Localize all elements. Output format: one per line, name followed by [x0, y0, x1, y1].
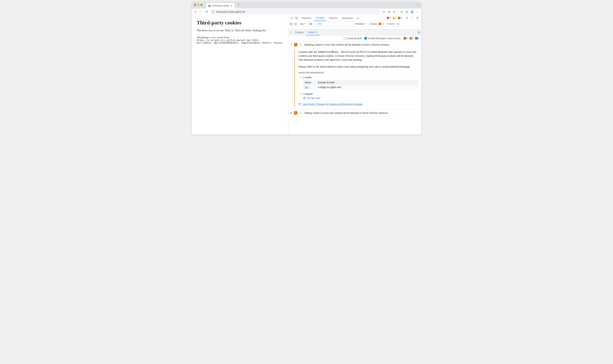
back-button[interactable]	[193, 10, 198, 14]
close-drawer-icon[interactable]	[418, 31, 420, 33]
svg-line-25	[295, 23, 296, 25]
zoom-icon[interactable]	[381, 10, 386, 14]
minimize-window-button[interactable]	[197, 4, 199, 6]
cookie-table: Name Domain & Path 3pc x-origin-src.glit…	[303, 80, 418, 90]
new-tab-button[interactable]: +	[236, 3, 241, 7]
clear-console-icon[interactable]	[294, 23, 297, 25]
issue-title: Setting cookie in cross-site context wil…	[304, 112, 388, 114]
drawer-tab-issues[interactable]: Issues ✕	[306, 29, 319, 35]
bookmark-icon[interactable]	[387, 10, 391, 14]
svg-point-28	[398, 24, 399, 24]
issue-description-2: Please refer to the article linked to le…	[299, 65, 418, 69]
tab-title: Third-party cookies	[212, 5, 229, 7]
side-panel-icon[interactable]	[404, 10, 409, 14]
profile-avatar[interactable]	[410, 10, 414, 14]
tab-elements[interactable]: Elements	[300, 15, 313, 21]
issues-link[interactable]: 2 Issues: ! 2	[369, 23, 383, 25]
inspect-icon[interactable]	[290, 16, 294, 20]
sidebar-toggle-icon[interactable]	[290, 23, 293, 25]
error-count[interactable]: 1	[387, 17, 391, 19]
issue-warning-icon	[294, 111, 297, 115]
extensions-icon[interactable]	[392, 10, 397, 14]
group-by-kind-checkbox[interactable]: Group by kind	[344, 37, 361, 40]
filter-input[interactable]	[316, 22, 353, 26]
cookie-section-toggle[interactable]: ▼ 1 cookie	[300, 76, 418, 79]
svg-rect-1	[212, 12, 213, 13]
tab-overflow-button[interactable]	[416, 4, 420, 7]
svg-point-21	[412, 19, 412, 19]
page-title: Third-party cookies	[197, 20, 283, 26]
drawer-tab-console[interactable]: Console	[293, 29, 305, 35]
svg-rect-17	[393, 19, 394, 19]
page-content: Third-party cookies This demo tries to s…	[192, 15, 288, 134]
svg-rect-14	[297, 18, 298, 19]
issues-toolbar: Group by kind ✓ Include third-party cook…	[288, 35, 421, 41]
blue-issue-count: i0	[415, 37, 419, 39]
svg-point-9	[417, 11, 418, 11]
table-row: 3pc x-origin-src.glitch.me/	[303, 85, 418, 90]
orange-issue-count: !2	[409, 37, 414, 39]
issue-warning-icon	[294, 43, 297, 46]
request-link[interactable]: set-3pc.html	[303, 97, 418, 99]
levels-selector[interactable]: All levels	[355, 23, 366, 25]
browser-toolbar: third-party-cookies.glitch.me	[192, 9, 421, 15]
close-tab-icon[interactable]: ✕	[231, 4, 233, 7]
issue-count-top[interactable]: ! 2	[398, 17, 402, 19]
labs-icon[interactable]	[399, 10, 404, 14]
context-selector[interactable]: top	[300, 23, 306, 25]
page-intro: This demo tries to set one. That's it. T…	[197, 29, 283, 32]
window-controls	[194, 4, 203, 6]
red-issue-count: ✕0	[404, 37, 408, 39]
tab-network[interactable]: Network	[327, 15, 339, 21]
settings-icon[interactable]	[405, 16, 409, 20]
forward-button[interactable]	[199, 10, 204, 14]
svg-rect-6	[406, 11, 408, 13]
include-3p-checkbox[interactable]: ✓ Include third-party cookie issues	[364, 37, 401, 40]
cookie-name-link[interactable]: 3pc	[305, 86, 309, 89]
tab-application[interactable]: Application	[340, 15, 355, 21]
learn-more-link[interactable]: Learn more: Prepare for phasing out thir…	[299, 103, 418, 105]
issue-item[interactable]: ▶ 1 Setting cookie in cross-site context…	[288, 110, 421, 116]
expand-icon[interactable]: ▼	[290, 44, 292, 46]
set-cookie-line: Set-Cookie: 3pc=1703240163971; SameSite=…	[197, 41, 283, 44]
svg-point-10	[417, 12, 418, 12]
devtools-menu-icon[interactable]	[410, 16, 414, 20]
close-devtools-icon[interactable]	[415, 16, 419, 20]
more-tabs-icon[interactable]	[356, 16, 360, 20]
svg-rect-22	[290, 23, 293, 25]
external-link-icon	[299, 103, 301, 105]
svg-point-26	[310, 23, 312, 25]
live-expression-icon[interactable]	[309, 23, 313, 25]
drawer-tabs: Console Issues ✕	[288, 29, 421, 35]
maximize-window-button[interactable]	[201, 4, 203, 6]
svg-point-8	[412, 11, 413, 12]
reload-button[interactable]	[205, 10, 209, 14]
svg-point-18	[406, 18, 407, 18]
issue-count-pill: 1	[299, 43, 303, 46]
browser-menu-icon[interactable]	[415, 10, 420, 14]
device-toggle-icon[interactable]	[294, 16, 298, 20]
warning-count[interactable]: 2	[392, 17, 397, 19]
site-settings-icon[interactable]	[212, 11, 215, 13]
drawer-menu-icon[interactable]	[290, 31, 292, 34]
attempt-line: Attempting to set a cookie from	[197, 36, 283, 39]
issue-item[interactable]: ▼ 1 Reading cookie in cross-site context…	[288, 41, 421, 48]
issue-count-pill: 1	[299, 111, 303, 114]
expand-icon[interactable]: ▶	[290, 112, 292, 114]
console-settings-icon[interactable]	[397, 23, 400, 26]
svg-point-27	[311, 24, 311, 24]
address-bar[interactable]: third-party-cookies.glitch.me	[210, 9, 380, 14]
attempt-url: https://x-origin-src.glitch.me/set-3pc.h…	[197, 39, 283, 41]
browser-titlebar: 🍪 Third-party cookies ✕ +	[192, 2, 421, 9]
col-domain: Domain & Path	[318, 81, 334, 84]
svg-rect-16	[393, 18, 394, 18]
issue-title: Reading cookie in cross-site context wil…	[304, 43, 389, 46]
close-tab-x-icon[interactable]: ✕	[316, 31, 318, 33]
browser-tab[interactable]: 🍪 Third-party cookies ✕	[206, 3, 235, 9]
hidden-count[interactable]: 3 hidden	[387, 23, 395, 25]
tab-console[interactable]: Console	[314, 15, 326, 21]
request-section-toggle[interactable]: ▼ 1 request	[300, 92, 418, 95]
cookie-domain: x-origin-src.glitch.me/	[318, 86, 341, 89]
close-window-button[interactable]	[194, 4, 196, 6]
svg-rect-0	[212, 11, 213, 11]
